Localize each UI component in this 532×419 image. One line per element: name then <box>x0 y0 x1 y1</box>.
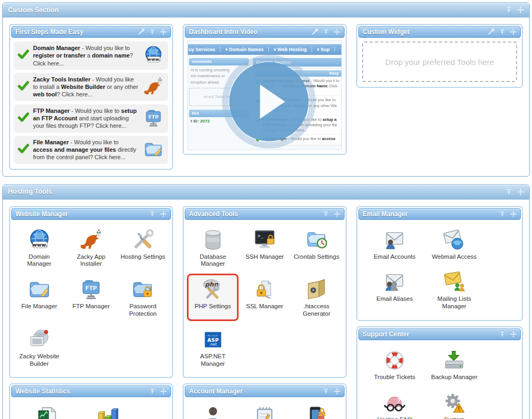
play-button[interactable] <box>228 61 309 142</box>
move-icon[interactable] <box>517 6 524 13</box>
tool-label: Crontab Settings <box>293 253 339 261</box>
move-icon[interactable] <box>510 211 517 217</box>
tool-label: Email Aliases <box>377 295 413 303</box>
tool-item-ssh-manager[interactable]: >_ SSH Manager <box>239 224 290 272</box>
safe-icon <box>304 277 329 302</box>
move-icon[interactable] <box>517 188 524 195</box>
tool-item-asp-net-manager[interactable]: MicrosoftASP.net ASP.NET Manager <box>187 324 239 371</box>
first-steps-header: First Steps Made Easy <box>11 26 171 38</box>
wrench-icon[interactable] <box>312 29 318 35</box>
tool-label: Webmail Access <box>432 253 477 261</box>
panel-account-manager: Account Manager Account Information <box>183 383 347 419</box>
tool-item-email-accounts[interactable]: Email Accounts <box>365 224 424 264</box>
tool-item-crontab-settings[interactable]: Crontab Settings <box>291 224 342 272</box>
tool-item-database-manager[interactable]: Database Manager <box>187 224 239 272</box>
collapse-icon[interactable] <box>505 6 512 13</box>
tool-label: .htaccess Generator <box>293 303 340 318</box>
user-icon <box>201 405 225 419</box>
logs-chart-icon <box>35 405 60 419</box>
tool-item-password-protection[interactable]: Password Protection <box>117 274 169 321</box>
first-step-item[interactable]: Zacky Tools Installer - Would you like t… <box>14 73 168 101</box>
move-icon[interactable] <box>334 388 340 395</box>
thumbnail-nav: uy Services▾ Domain Names▾ Web Hosting▾ … <box>187 44 342 55</box>
svg-text:!: ! <box>457 405 460 412</box>
wrench-icon[interactable] <box>488 29 494 35</box>
svg-text:>_: >_ <box>258 233 264 239</box>
tool-item-mailing-lists-manager[interactable]: Mailing Lists Manager <box>424 266 484 314</box>
globe-www-icon: www. <box>27 228 52 252</box>
tool-item-webmail-access[interactable]: Webmail Access <box>424 224 484 264</box>
collapse-icon[interactable] <box>323 29 329 35</box>
collapse-icon[interactable] <box>323 211 329 217</box>
intro-video-header: Dashboard Intro Video <box>185 26 345 38</box>
backup-drive-icon <box>442 348 466 373</box>
step-text: Domain Manager - Would you like to regis… <box>33 44 138 67</box>
panel-title: Custom Widget <box>363 28 488 36</box>
panel-first-steps: First Steps Made Easy Domain Manager - W… <box>9 24 173 170</box>
tool-item-file-manager[interactable]: File Manager <box>13 274 65 321</box>
first-step-item[interactable]: FTP Manager - Would you like to setup an… <box>14 104 168 133</box>
collapse-icon[interactable] <box>499 331 505 338</box>
video-thumbnail[interactable]: uy Services▾ Domain Names▾ Web Hosting▾ … <box>187 40 342 150</box>
section-title: Hosting Tools <box>8 188 505 195</box>
panel-intro-video: Dashboard Intro Video uy Services▾ Domai… <box>183 24 347 155</box>
tools-dropzone[interactable]: Drop your preferred Tools here <box>362 42 517 82</box>
tool-item-domain-manager[interactable]: www. Domain Manager <box>13 224 65 272</box>
tool-label: System Notifications <box>427 416 481 419</box>
globe-www-icon: www. <box>142 45 165 66</box>
tool-item-hosting-faq[interactable]: ? Hosting FAQ <box>365 387 424 419</box>
folder-lock-icon <box>130 277 155 302</box>
first-step-item[interactable]: File Manager - Would you like to access … <box>14 136 168 164</box>
phone-lock-icon <box>304 405 329 419</box>
tool-item-hosting-settings[interactable]: Hosting Settings <box>117 224 169 272</box>
check-icon <box>18 112 29 124</box>
move-icon[interactable] <box>334 29 340 35</box>
move-icon[interactable] <box>160 211 167 217</box>
panel-email-manager: Email Manager Email Accounts <box>356 206 523 321</box>
tool-item-trouble-tickets[interactable]: Trouble Tickets <box>365 344 424 384</box>
tool-item-backup-manager[interactable]: Backup Manager <box>424 344 484 384</box>
tool-item-access-error-logs[interactable]: Access & Error Logs <box>18 401 77 419</box>
move-icon[interactable] <box>334 211 340 217</box>
tool-item-ssl-manager[interactable]: SSL Manager <box>239 274 290 321</box>
tool-item-zacky-app-installer[interactable]: W Zacky App Installer <box>65 224 117 272</box>
tool-item-account-information[interactable]: Account Information <box>187 401 239 419</box>
move-icon[interactable] <box>510 29 517 35</box>
tool-item-ftp-manager[interactable]: FTP FTP Manager <box>65 274 117 321</box>
mail-list-icon <box>442 270 466 294</box>
move-icon[interactable] <box>160 388 167 395</box>
collapse-icon[interactable] <box>499 29 505 35</box>
tool-item-webalizer[interactable]: Webalizer <box>77 401 137 419</box>
step-text: Zacky Tools Installer - Would you like t… <box>33 76 138 98</box>
notepad-icon <box>252 405 277 419</box>
first-step-item[interactable]: Domain Manager - Would you like to regis… <box>14 42 168 70</box>
tool-label: File Manager <box>21 303 57 310</box>
database-icon <box>201 228 225 252</box>
tool-label: Database Manager <box>190 253 236 268</box>
tool-label: SSH Manager <box>245 253 284 261</box>
folder-edit-icon <box>142 139 165 160</box>
folder-clock-icon <box>304 228 329 252</box>
tool-item-system-notifications[interactable]: ! System Notifications <box>424 387 484 419</box>
move-icon[interactable] <box>160 29 167 35</box>
tool-item-htaccess-generator[interactable]: .htaccess Generator <box>291 274 342 321</box>
tool-item-zacky-website-builder[interactable]: Zacky Website Builder <box>13 324 65 371</box>
panel-custom-widget: Custom Widget Drop your preferred Tools … <box>356 24 523 88</box>
tool-item-php-settings[interactable]: php PHP Settings <box>187 274 239 321</box>
collapse-icon[interactable] <box>149 388 155 395</box>
collapse-icon[interactable] <box>323 388 329 395</box>
move-icon[interactable] <box>510 331 517 338</box>
collapse-icon[interactable] <box>499 211 505 217</box>
section-hosting-tools: Hosting Tools Website Manager <box>2 184 530 419</box>
collapse-icon[interactable] <box>149 29 155 35</box>
collapse-icon[interactable] <box>149 211 155 217</box>
tool-item-two-factor-authentication[interactable]: Two-Factor Authentication <box>291 401 342 419</box>
tool-item-terms-of-service[interactable]: Terms of Service <box>239 401 290 419</box>
collapse-icon[interactable] <box>505 188 512 195</box>
svg-text:.net: .net <box>209 342 217 347</box>
tools-icon <box>130 228 155 252</box>
wrench-icon[interactable] <box>138 29 144 35</box>
ssl-lock-icon <box>252 277 277 302</box>
tool-item-email-aliases[interactable]: Email Aliases <box>365 266 424 314</box>
tool-label: SSL Manager <box>246 303 283 310</box>
